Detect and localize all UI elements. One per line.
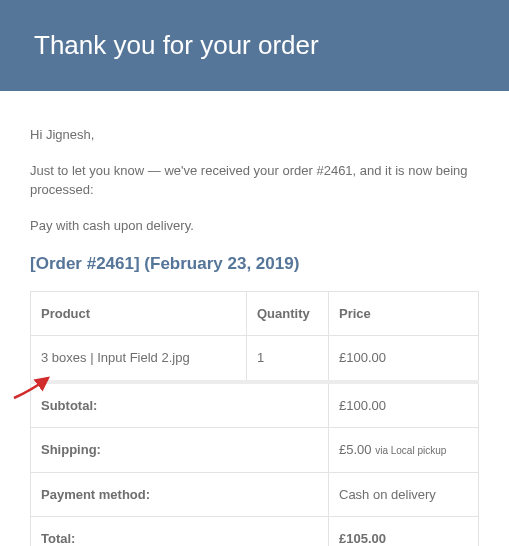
shipping-value: £5.00 via Local pickup: [329, 428, 479, 473]
subtotal-value: £100.00: [329, 382, 479, 428]
order-heading-link[interactable]: [Order #2461] (February 23, 2019): [30, 251, 479, 277]
payment-value: Cash on delivery: [329, 472, 479, 517]
cell-price: £100.00: [329, 336, 479, 382]
row-shipping: Shipping: £5.00 via Local pickup: [31, 428, 479, 473]
greeting-text: Hi Jignesh,: [30, 125, 479, 145]
cell-product: 3 boxes | Input Field 2.jpg: [31, 336, 247, 382]
total-label: Total:: [31, 517, 329, 547]
shipping-label: Shipping:: [31, 428, 329, 473]
table-row: 3 boxes | Input Field 2.jpg 1 £100.00: [31, 336, 479, 382]
order-table: Product Quantity Price 3 boxes | Input F…: [30, 291, 479, 547]
cell-quantity: 1: [247, 336, 329, 382]
col-quantity: Quantity: [247, 291, 329, 336]
row-subtotal: Subtotal: £100.00: [31, 382, 479, 428]
intro-text: Just to let you know — we've received yo…: [30, 161, 479, 200]
col-product: Product: [31, 291, 247, 336]
row-payment: Payment method: Cash on delivery: [31, 472, 479, 517]
page-title: Thank you for your order: [34, 30, 475, 61]
payment-note: Pay with cash upon delivery.: [30, 216, 479, 236]
subtotal-label: Subtotal:: [31, 382, 329, 428]
row-total: Total: £105.00: [31, 517, 479, 547]
total-value: £105.00: [329, 517, 479, 547]
payment-label: Payment method:: [31, 472, 329, 517]
col-price: Price: [329, 291, 479, 336]
email-body: Hi Jignesh, Just to let you know — we've…: [0, 91, 509, 546]
email-header: Thank you for your order: [0, 0, 509, 91]
